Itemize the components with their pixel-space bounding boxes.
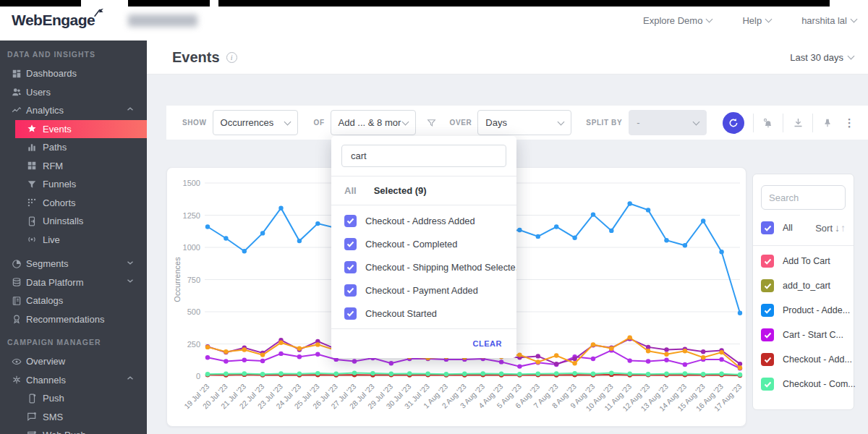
top-black-strip — [128, 0, 210, 7]
all-checkbox[interactable] — [761, 221, 774, 234]
series-checkbox[interactable] — [761, 328, 774, 341]
series-checkbox[interactable] — [761, 353, 774, 366]
of-label: OF — [314, 119, 325, 127]
sidebar-item-push[interactable]: Push — [0, 389, 147, 408]
sidebar-item-dashboards[interactable]: Dashboards — [0, 64, 147, 83]
header-nav: Explore Demo Help harshita lal — [643, 15, 856, 26]
chevron-down-icon — [401, 118, 409, 125]
tab-selected[interactable]: Selected (9) — [374, 185, 427, 196]
sidebar-item-overview[interactable]: Overview — [0, 352, 147, 371]
sidebar-item-users[interactable]: Users — [0, 83, 147, 102]
event-option[interactable]: Checkout - Shipping Method Selecte... — [331, 255, 516, 278]
uninstalls-icon — [26, 216, 37, 226]
catalogs-icon — [11, 296, 22, 306]
event-checkbox[interactable] — [344, 284, 357, 297]
chevron-down-icon — [851, 16, 858, 23]
event-checkbox[interactable] — [344, 261, 357, 273]
series-checkbox[interactable] — [761, 378, 774, 391]
legend-item[interactable]: Product - Adde... — [761, 298, 846, 323]
sidebar-item-segments[interactable]: Segments — [0, 255, 147, 273]
legend-item[interactable]: Add To Cart — [761, 249, 846, 273]
alert-icon[interactable] — [762, 117, 774, 129]
query-toolbar: SHOW Occurrences OF Add ... & 8 mor OVER… — [166, 106, 868, 140]
sidebar-item-rfm[interactable]: RFM — [0, 157, 147, 176]
chevron-down-icon — [558, 118, 565, 125]
legend-items: Add To Cart add_to_cart Product - Adde..… — [761, 249, 846, 396]
top-black-strip — [218, 0, 830, 7]
sidebar-item-data-platform[interactable]: Data Platform — [0, 273, 147, 292]
dropdown-search-input[interactable]: cart — [341, 145, 506, 167]
chevron-down-icon — [284, 118, 291, 125]
sidebar-item-cohorts[interactable]: Cohorts — [0, 194, 147, 213]
web-push-icon — [26, 430, 37, 434]
sort-control[interactable]: Sort↓↑ — [815, 222, 846, 234]
legend-item[interactable]: Cart - Start C... — [761, 323, 846, 347]
sidebar-item-web-push[interactable]: Web Push — [0, 426, 147, 434]
sidebar-item-sms[interactable]: SMS — [0, 408, 147, 427]
pin-icon[interactable] — [822, 118, 833, 128]
segments-icon — [11, 259, 22, 269]
sidebar-section-title: DATA AND INSIGHTS — [7, 50, 147, 59]
events-select[interactable]: Add ... & 8 mor — [331, 110, 416, 135]
sidebar-section-title: CAMPAIGN MANAGER — [7, 338, 147, 347]
separator — [812, 114, 813, 132]
sidebar-item-analytics[interactable]: Analytics — [0, 101, 147, 120]
split-by-select: - — [629, 110, 707, 135]
help-menu[interactable]: Help — [742, 15, 771, 26]
chevron-down-icon — [693, 118, 700, 125]
event-option[interactable]: Checkout - Payment Added — [331, 278, 516, 302]
over-select[interactable]: Days — [477, 110, 571, 135]
dropdown-footer: CLEAR — [331, 329, 516, 358]
sidebar-item-channels[interactable]: Channels — [0, 371, 147, 390]
date-range-selector[interactable]: Last 30 days — [790, 52, 854, 63]
page-title: Events — [172, 49, 220, 66]
svg-text:1500: 1500 — [183, 179, 200, 187]
sidebar-item-uninstalls[interactable]: Uninstalls — [0, 212, 147, 231]
info-icon[interactable]: i — [226, 52, 237, 63]
page-title-row: Events i Last 30 days — [147, 41, 868, 75]
dropdown-tabs: All Selected (9) — [331, 176, 516, 205]
event-checkbox[interactable] — [344, 307, 357, 320]
svg-text:500: 500 — [187, 307, 200, 316]
event-option[interactable]: Checkout - Address Added — [331, 209, 516, 232]
tab-all[interactable]: All — [344, 185, 357, 196]
dropdown-options: Checkout - Address Added Checkout - Comp… — [331, 205, 516, 328]
explore-demo-menu[interactable]: Explore Demo — [643, 15, 712, 26]
svg-text:1000: 1000 — [183, 243, 200, 252]
series-checkbox[interactable] — [761, 255, 774, 268]
logo-flag-icon — [93, 6, 104, 17]
sms-icon — [26, 412, 37, 422]
legend-item[interactable]: Checkout - Add... — [761, 347, 846, 372]
event-checkbox[interactable] — [344, 238, 357, 250]
chevron-down-icon — [125, 276, 135, 289]
legend-search-input[interactable]: Search — [761, 185, 846, 210]
sidebar-item-live[interactable]: Live — [0, 231, 147, 250]
split-by-label: SPLIT BY — [586, 119, 622, 127]
sidebar-item-catalogs[interactable]: Catalogs — [0, 292, 147, 310]
all-label: All — [783, 223, 793, 233]
dashboards-icon — [11, 69, 22, 79]
sidebar-item-funnels[interactable]: Funnels — [0, 175, 147, 194]
legend-item[interactable]: add_to_cart — [761, 273, 846, 298]
refresh-button[interactable] — [723, 112, 744, 134]
series-checkbox[interactable] — [761, 279, 774, 292]
user-menu[interactable]: harshita lal — [801, 15, 856, 26]
chevron-down-icon — [848, 53, 855, 60]
event-checkbox[interactable] — [344, 215, 357, 227]
event-option[interactable]: Checkout Started — [331, 302, 516, 325]
divider — [753, 245, 854, 246]
webengage-logo[interactable]: WebEngage — [12, 12, 95, 29]
event-option[interactable]: Checkout - Completed — [331, 232, 516, 255]
project-selector[interactable] — [128, 14, 197, 27]
clear-button[interactable]: CLEAR — [473, 339, 502, 348]
filter-icon[interactable] — [426, 118, 438, 127]
legend-all-row[interactable]: All Sort↓↑ — [761, 221, 846, 234]
sidebar-item-recommendations[interactable]: Recommendations — [0, 310, 147, 329]
sidebar-item-paths[interactable]: Paths — [0, 138, 147, 157]
sidebar-item-events[interactable]: Events — [15, 120, 147, 139]
more-options-icon[interactable]: ⋮ — [843, 116, 855, 129]
legend-item[interactable]: Checkout - Com... — [761, 372, 846, 396]
download-icon[interactable] — [792, 117, 804, 128]
series-checkbox[interactable] — [761, 304, 774, 317]
show-select[interactable]: Occurrences — [213, 110, 298, 135]
